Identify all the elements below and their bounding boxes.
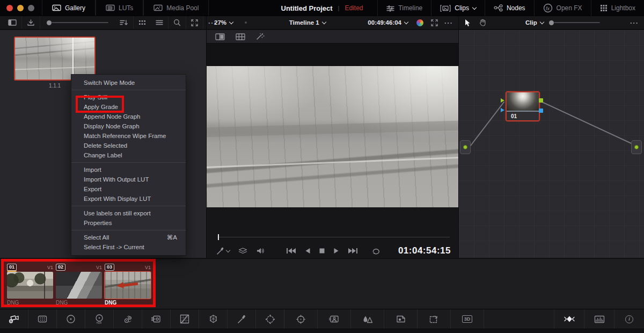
viewer-playhead[interactable] — [218, 234, 219, 240]
play-button[interactable] — [333, 248, 340, 254]
source-output-dot[interactable] — [463, 145, 467, 149]
enhanced-viewer-button[interactable] — [431, 19, 438, 26]
color-wheels-button[interactable] — [57, 309, 85, 329]
menu-item-delete-selected[interactable]: Delete Selected — [71, 141, 186, 150]
menu-item-export-with-display-lut[interactable]: Export With Display LUT — [71, 194, 186, 204]
scopes-button[interactable] — [584, 309, 614, 329]
node-key-output[interactable] — [539, 108, 543, 113]
clip-03-selected[interactable]: 03 V1 DNG — [105, 263, 151, 306]
power-window-button[interactable] — [256, 309, 284, 329]
skip-start-button[interactable] — [286, 248, 296, 254]
tab-clips[interactable]: Clips — [431, 0, 485, 16]
tab-openfx-label: Open FX — [557, 4, 582, 12]
sort-button[interactable] — [115, 16, 134, 29]
toggle-sidebar-button[interactable] — [3, 16, 22, 29]
viewer-options-button[interactable]: ··· — [444, 19, 453, 27]
viewer-scrubber[interactable] — [217, 237, 450, 237]
viewer-zoom-select[interactable]: 27% — [214, 19, 233, 26]
tab-lightbox[interactable]: Lightbox — [591, 0, 644, 16]
camera-raw-button[interactable] — [0, 309, 28, 329]
timeline-select[interactable]: Timeline 1 — [289, 19, 326, 26]
clip-thumbnail[interactable] — [105, 272, 151, 299]
grab-still-button[interactable] — [22, 16, 40, 29]
curves-button[interactable] — [171, 309, 199, 329]
unmix-button[interactable] — [238, 247, 247, 255]
wipe-split-line[interactable] — [72, 38, 74, 79]
magic-mask-button[interactable] — [318, 309, 351, 329]
menu-item-use-labels-on-still-export[interactable]: Use labels on still export — [71, 208, 186, 218]
menu-item-display-node-graph[interactable]: Display Node Graph — [71, 121, 186, 131]
close-window-button[interactable] — [6, 5, 13, 11]
pointer-tool-button[interactable] — [464, 19, 471, 27]
menu-item-change-label[interactable]: Change Label — [71, 150, 186, 160]
menu-item-append-node-graph[interactable]: Append Node Graph — [71, 112, 186, 121]
node-rgb-output[interactable] — [539, 98, 543, 103]
source-node[interactable] — [460, 140, 471, 154]
tab-timeline[interactable]: Timeline — [377, 0, 431, 16]
grade-picker-button[interactable] — [216, 247, 230, 255]
split-screen-button[interactable] — [236, 33, 245, 40]
image-wipe-button[interactable] — [215, 33, 225, 40]
sizing-button[interactable] — [418, 309, 451, 329]
tab-openfx[interactable]: fx Open FX — [534, 0, 591, 16]
node-options-button[interactable]: ··· — [630, 19, 639, 27]
color-boost-button[interactable] — [416, 19, 423, 26]
menu-item-select-first-to-current[interactable]: Select First -> Current — [71, 242, 186, 252]
viewer-video-frame[interactable] — [207, 66, 458, 207]
corrector-node-01[interactable]: 01 — [506, 91, 540, 121]
hand-tool-button[interactable] — [479, 19, 486, 26]
menu-item-import[interactable]: Import — [71, 165, 186, 175]
play-reverse-button[interactable] — [304, 248, 311, 254]
chevron-down-icon — [404, 19, 408, 24]
tab-gallery[interactable]: Gallery — [42, 0, 96, 16]
timecode-select[interactable]: 00:49:46:04 — [368, 19, 408, 26]
tracker-button[interactable] — [284, 309, 318, 329]
menu-item-export[interactable]: Export — [71, 184, 186, 194]
thumbnail-size-slider[interactable] — [40, 16, 115, 29]
clip-thumbnail[interactable] — [7, 272, 53, 299]
node-rgb-input[interactable] — [501, 98, 504, 103]
clip-thumbnail[interactable] — [56, 272, 102, 299]
color-slice-button[interactable] — [142, 309, 171, 329]
tab-nodes[interactable]: Nodes — [485, 0, 534, 16]
output-node[interactable] — [631, 140, 642, 154]
search-button[interactable] — [169, 16, 186, 29]
keyframes-button[interactable] — [554, 309, 584, 329]
tab-luts[interactable]: LUTs — [96, 0, 143, 16]
node-graph-panel[interactable]: 01 — [459, 30, 644, 258]
3d-button[interactable]: 3D — [451, 309, 484, 329]
color-match-button[interactable] — [28, 309, 57, 329]
clip-01[interactable]: 01 V1 DNG — [7, 263, 53, 306]
tab-media-pool[interactable]: Media Pool — [143, 0, 209, 16]
menu-item-match-reference-wipe-frame[interactable]: Match Reference Wipe Frame — [71, 131, 186, 141]
menu-item-import-with-output-lut[interactable]: Import With Output LUT — [71, 175, 186, 184]
magic-wand-button[interactable] — [256, 33, 265, 40]
menu-item-select-all[interactable]: Select All⌘A — [71, 233, 186, 242]
zoom-window-button[interactable] — [28, 5, 34, 11]
node-key-input[interactable] — [501, 108, 504, 112]
list-view-button[interactable] — [151, 16, 169, 29]
clip-02[interactable]: 02 V1 DNG — [56, 263, 102, 306]
clip-grade-select[interactable]: Clip — [525, 19, 544, 26]
blur-button[interactable] — [351, 309, 384, 329]
info-button[interactable]: i — [614, 309, 644, 329]
loop-button[interactable] — [371, 247, 380, 255]
hdr-wheels-button[interactable]: HDR — [85, 309, 114, 329]
menu-item-switch-wipe-mode[interactable]: Switch Wipe Mode — [71, 78, 186, 88]
grid-view-button[interactable] — [134, 16, 151, 29]
stop-button[interactable] — [319, 248, 325, 254]
timeline-icon — [386, 5, 394, 12]
qualifier-button[interactable] — [228, 309, 256, 329]
key-button[interactable] — [384, 309, 418, 329]
info-label: i — [625, 315, 633, 323]
output-input-dot[interactable] — [634, 145, 639, 149]
arrow-sign-graphic — [116, 284, 138, 286]
node-zoom-slider[interactable] — [549, 20, 600, 25]
color-warper-button[interactable] — [199, 309, 228, 329]
minimize-window-button[interactable] — [17, 5, 24, 11]
motion-effects-button[interactable] — [114, 309, 142, 329]
skip-end-button[interactable] — [348, 248, 358, 254]
audio-mute-button[interactable] — [256, 247, 265, 255]
menu-item-properties[interactable]: Properties — [71, 218, 186, 228]
expand-panel-button[interactable] — [186, 16, 203, 29]
